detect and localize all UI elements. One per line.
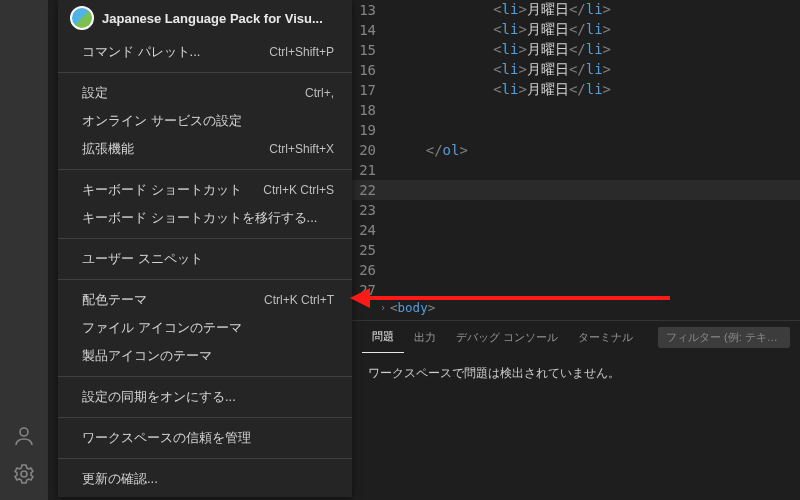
editor[interactable]: 13 <li>月曜日</li>14 <li>月曜日</li>15 <li>月曜日…: [352, 0, 800, 310]
line-number: 21: [352, 162, 392, 178]
code-line[interactable]: 15 <li>月曜日</li>: [352, 40, 800, 60]
line-number: 19: [352, 122, 392, 138]
line-number: 26: [352, 262, 392, 278]
menu-item-shortcut: Ctrl+,: [305, 86, 334, 100]
menu-item-label: 配色テーマ: [82, 291, 147, 309]
menu-item[interactable]: 配色テーマCtrl+K Ctrl+T: [58, 286, 352, 314]
menu-item-shortcut: Ctrl+K Ctrl+S: [263, 183, 334, 197]
menu-item-label: 製品アイコンのテーマ: [82, 347, 212, 365]
breadcrumb[interactable]: › <body>: [380, 300, 435, 315]
code-line[interactable]: 18: [352, 100, 800, 120]
menu-item[interactable]: オンライン サービスの設定: [58, 107, 352, 135]
menu-item[interactable]: 設定の同期をオンにする...: [58, 383, 352, 411]
menu-item-label: 更新の確認...: [82, 470, 158, 488]
menu-item-label: オンライン サービスの設定: [82, 112, 242, 130]
code-content: <li>月曜日</li>: [392, 21, 611, 39]
code-content: <li>月曜日</li>: [392, 1, 611, 19]
code-line[interactable]: 22: [352, 180, 800, 200]
line-number: 18: [352, 102, 392, 118]
menu-item-label: 設定: [82, 84, 108, 102]
menu-item-label: キーボード ショートカットを移行する...: [82, 209, 317, 227]
menu-item-shortcut: Ctrl+Shift+P: [269, 45, 334, 59]
code-line[interactable]: 26: [352, 260, 800, 280]
menu-item-shortcut: Ctrl+Shift+X: [269, 142, 334, 156]
menu-separator: [58, 238, 352, 239]
code-line[interactable]: 19: [352, 120, 800, 140]
svg-point-0: [20, 428, 28, 436]
panel-tab[interactable]: 出力: [404, 321, 446, 353]
line-number: 15: [352, 42, 392, 58]
filter-input[interactable]: フィルター (例: テキスト、**: [658, 327, 790, 348]
activity-bar: [0, 0, 48, 500]
menu-separator: [58, 417, 352, 418]
line-number: 24: [352, 222, 392, 238]
menu-header: Japanese Language Pack for Visu...: [58, 0, 352, 38]
menu-item[interactable]: コマンド パレット...Ctrl+Shift+P: [58, 38, 352, 66]
panel-body-message: ワークスペースで問題は検出されていません。: [352, 353, 800, 394]
menu-item-label: ワークスペースの信頼を管理: [82, 429, 251, 447]
panel-tab[interactable]: 問題: [362, 321, 404, 353]
menu-header-title: Japanese Language Pack for Visu...: [102, 11, 340, 26]
menu-separator: [58, 169, 352, 170]
code-content: <li>月曜日</li>: [392, 61, 611, 79]
accounts-icon[interactable]: [12, 424, 36, 448]
menu-item[interactable]: キーボード ショートカットを移行する...: [58, 204, 352, 232]
code-line[interactable]: 17 <li>月曜日</li>: [352, 80, 800, 100]
menu-item[interactable]: ファイル アイコンのテーマ: [58, 314, 352, 342]
menu-item[interactable]: キーボード ショートカットCtrl+K Ctrl+S: [58, 176, 352, 204]
svg-point-1: [21, 471, 27, 477]
menu-item-label: ファイル アイコンのテーマ: [82, 319, 242, 337]
menu-separator: [58, 458, 352, 459]
panel-tab[interactable]: ターミナル: [568, 321, 643, 353]
chevron-right-icon: ›: [380, 302, 386, 313]
menu-separator: [58, 376, 352, 377]
menu-item[interactable]: 製品アイコンのテーマ: [58, 342, 352, 370]
menu-separator: [58, 279, 352, 280]
settings-gear-icon[interactable]: [12, 462, 36, 486]
menu-item-label: 設定の同期をオンにする...: [82, 388, 236, 406]
code-line[interactable]: 16 <li>月曜日</li>: [352, 60, 800, 80]
menu-item-label: コマンド パレット...: [82, 43, 200, 61]
panel-tab[interactable]: デバッグ コンソール: [446, 321, 568, 353]
line-number: 22: [352, 182, 392, 198]
code-line[interactable]: 23: [352, 200, 800, 220]
menu-item[interactable]: 設定Ctrl+,: [58, 79, 352, 107]
menu-item[interactable]: ユーザー スニペット: [58, 245, 352, 273]
line-number: 25: [352, 242, 392, 258]
code-content: <li>月曜日</li>: [392, 41, 611, 59]
menu-separator: [58, 72, 352, 73]
settings-context-menu: Japanese Language Pack for Visu... コマンド …: [58, 0, 352, 497]
code-line[interactable]: 24: [352, 220, 800, 240]
code-line[interactable]: 25: [352, 240, 800, 260]
globe-icon: [70, 6, 94, 30]
line-number: 20: [352, 142, 392, 158]
code-line[interactable]: 14 <li>月曜日</li>: [352, 20, 800, 40]
line-number: 17: [352, 82, 392, 98]
menu-item-label: キーボード ショートカット: [82, 181, 242, 199]
line-number: 16: [352, 62, 392, 78]
menu-item[interactable]: ワークスペースの信頼を管理: [58, 424, 352, 452]
menu-item[interactable]: 更新の確認...: [58, 465, 352, 493]
code-line[interactable]: 13 <li>月曜日</li>: [352, 0, 800, 20]
annotation-arrow: [350, 294, 670, 302]
menu-item-shortcut: Ctrl+K Ctrl+T: [264, 293, 334, 307]
menu-item-label: ユーザー スニペット: [82, 250, 203, 268]
line-number: 14: [352, 22, 392, 38]
menu-item[interactable]: 拡張機能Ctrl+Shift+X: [58, 135, 352, 163]
menu-item-label: 拡張機能: [82, 140, 134, 158]
line-number: 23: [352, 202, 392, 218]
line-number: 13: [352, 2, 392, 18]
code-line[interactable]: 21: [352, 160, 800, 180]
panel-tabs: 問題出力デバッグ コンソールターミナルフィルター (例: テキスト、**: [352, 321, 800, 353]
code-content: <li>月曜日</li>: [392, 81, 611, 99]
bottom-panel: 問題出力デバッグ コンソールターミナルフィルター (例: テキスト、** ワーク…: [352, 320, 800, 500]
code-content: </ol>: [392, 142, 468, 158]
code-line[interactable]: 20 </ol>: [352, 140, 800, 160]
